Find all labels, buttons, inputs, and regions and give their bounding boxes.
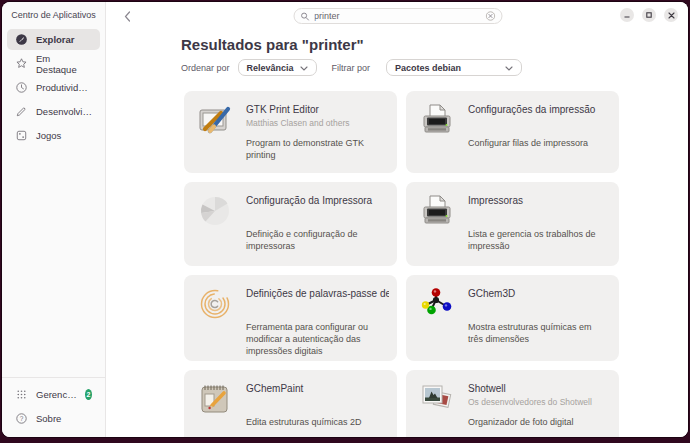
explore-icon — [15, 33, 28, 46]
app-title: GChemPaint — [246, 383, 389, 394]
sidebar-item-label: Em Destaque — [36, 53, 92, 75]
sort-dropdown[interactable]: Relevância — [238, 59, 317, 76]
app-card[interactable]: GChem3D Mostra estruturas químicas em tr… — [406, 275, 619, 361]
app-card[interactable]: GChemPaint Edita estruturas químicas 2D — [184, 370, 397, 437]
chevron-down-icon — [300, 63, 308, 73]
back-button[interactable] — [119, 8, 135, 24]
filter-value: Pacotes debian — [395, 63, 461, 73]
filter-label: Filtrar por — [332, 63, 371, 73]
app-card[interactable]: Impressoras Lista e gerencia os trabalho… — [406, 182, 619, 266]
app-title: Impressoras — [468, 195, 611, 206]
sidebar-item-development[interactable]: Desenvolvi… — [7, 101, 100, 122]
sidebar-item-label: Desenvolvi… — [36, 106, 92, 117]
minimize-button[interactable] — [620, 8, 634, 22]
clear-search-icon[interactable] — [485, 11, 495, 21]
games-icon — [15, 129, 28, 142]
app-title: GTK Print Editor — [246, 104, 389, 115]
app-description: Organizador de foto digital — [468, 416, 607, 428]
app-description: Edita estruturas químicas 2D — [246, 416, 385, 428]
app-card[interactable]: Configurações da impressão Configurar fi… — [406, 91, 619, 173]
app-description: Definição e configuração de impressoras — [246, 228, 385, 252]
sidebar-item-featured[interactable]: Em Destaque — [7, 53, 100, 74]
sort-label: Ordenar por — [181, 63, 230, 73]
app-window: Centro de Aplicativos Explorar Em Destaq… — [2, 2, 688, 437]
app-description: Lista e gerencia os trabalhos de impress… — [468, 228, 607, 252]
main-pane: Resultados para "printer" Ordenar por Re… — [107, 2, 688, 437]
print-editor-icon — [197, 102, 233, 138]
maximize-button[interactable] — [642, 8, 656, 22]
pie-placeholder-icon — [197, 193, 233, 229]
app-title: Centro de Aplicativos — [2, 10, 105, 20]
sidebar-nav: Explorar Em Destaque Produtivid… Desenvo… — [7, 29, 100, 149]
app-description: Program to demonstrate GTK printing — [246, 137, 385, 161]
grid-icon — [15, 388, 28, 401]
svg-text:?: ? — [20, 415, 24, 422]
sort-value: Relevância — [247, 63, 294, 73]
pencil-icon — [15, 105, 28, 118]
sidebar-item-manage[interactable]: Gerenc… 2 — [7, 384, 100, 405]
printer-icon — [419, 193, 455, 229]
update-count-badge: 2 — [85, 389, 92, 400]
filter-dropdown[interactable]: Pacotes debian — [386, 59, 522, 76]
app-card[interactable]: Configuração da Impressora Definição e c… — [184, 182, 397, 266]
app-card[interactable]: Definições de palavras-passe de impres… … — [184, 275, 397, 361]
clock-icon — [15, 81, 28, 94]
app-title: Shotwell — [468, 383, 611, 394]
sidebar-item-label: Explorar — [36, 34, 75, 45]
sidebar-item-about[interactable]: ? Sobre — [7, 408, 100, 429]
app-title: Configurações da impressão — [468, 104, 611, 115]
app-title: GChem3D — [468, 288, 611, 299]
notepad-pencil-icon — [197, 381, 233, 417]
photos-icon — [419, 381, 455, 417]
sidebar-item-games[interactable]: Jogos — [7, 125, 100, 146]
window-controls — [620, 8, 678, 22]
results-controls: Ordenar por Relevância Filtrar por Pacot… — [181, 59, 522, 76]
sidebar: Centro de Aplicativos Explorar Em Destaq… — [2, 2, 106, 437]
search-icon — [300, 12, 309, 21]
app-developer: Os desenvolvedores do Shotwell — [468, 397, 611, 407]
chevron-down-icon — [505, 63, 513, 73]
app-description: Configurar filas de impressora — [468, 137, 607, 149]
search-bar[interactable] — [293, 8, 502, 24]
fingerprint-icon — [197, 286, 233, 322]
app-title: Definições de palavras-passe de impres… — [246, 288, 389, 299]
star-icon — [15, 57, 28, 70]
close-button[interactable] — [664, 8, 678, 22]
app-card[interactable]: Shotwell Os desenvolvedores do Shotwell … — [406, 370, 619, 437]
app-developer: Matthias Clasen and others — [246, 118, 389, 128]
sidebar-item-label: Sobre — [36, 413, 61, 424]
search-input[interactable] — [314, 11, 480, 21]
help-icon: ? — [15, 412, 28, 425]
results-grid: GTK Print Editor Matthias Clasen and oth… — [184, 91, 619, 437]
app-title: Configuração da Impressora — [246, 195, 389, 206]
molecule-icon — [419, 286, 455, 322]
sidebar-item-explore[interactable]: Explorar — [7, 29, 100, 50]
app-description: Mostra estruturas químicas em três dimen… — [468, 321, 607, 345]
sidebar-footer: Gerenc… 2 ? Sobre — [2, 377, 105, 437]
page-title: Resultados para "printer" — [181, 36, 364, 53]
app-description: Ferramenta para configurar ou modificar … — [246, 321, 385, 357]
sidebar-item-label: Gerenc… — [36, 389, 77, 400]
sidebar-item-label: Jogos — [36, 130, 61, 141]
sidebar-item-label: Produtivid… — [36, 82, 88, 93]
app-card[interactable]: GTK Print Editor Matthias Clasen and oth… — [184, 91, 397, 173]
sidebar-item-productivity[interactable]: Produtivid… — [7, 77, 100, 98]
printer-icon — [419, 102, 455, 138]
